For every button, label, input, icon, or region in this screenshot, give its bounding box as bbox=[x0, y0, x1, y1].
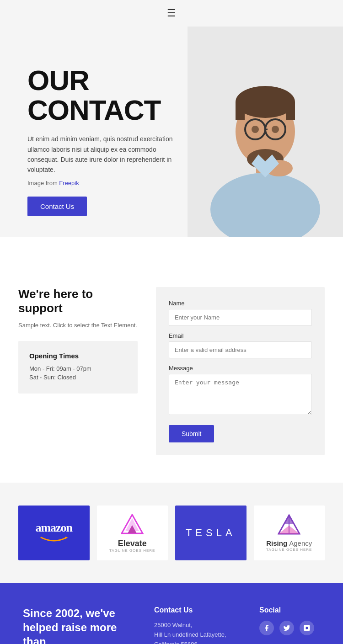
tesla-logo: TESLA bbox=[186, 527, 236, 539]
rising-tagline: TAGLINE GOES HERE bbox=[266, 548, 312, 552]
support-title: We're here to support bbox=[18, 287, 138, 315]
facebook-icon[interactable] bbox=[259, 621, 274, 635]
social-icons-group bbox=[259, 621, 320, 635]
opening-row-weekend: Sat - Sun: Closed bbox=[29, 374, 127, 381]
hero-title: OUR CONTACT bbox=[27, 65, 316, 125]
footer-contact-title: Contact Us bbox=[154, 606, 241, 614]
opening-times-box: Opening Times Mon - Fri: 09am - 07pm Sat… bbox=[18, 341, 138, 394]
twitter-icon[interactable] bbox=[279, 621, 294, 635]
name-label: Name bbox=[169, 300, 312, 307]
footer-social-title: Social bbox=[259, 606, 320, 614]
opening-times-title: Opening Times bbox=[29, 352, 127, 360]
logos-section: amazon Elevate TAGLINE GOES HERE TESLA bbox=[0, 483, 343, 583]
footer-tagline: Since 2002, we've helped raise more than bbox=[23, 606, 136, 644]
support-left: We're here to support Sample text. Click… bbox=[18, 287, 138, 394]
image-credit: Image from Freepik bbox=[27, 180, 316, 186]
footer-contact: Contact Us 25000 Walnut,Hill Ln undefine… bbox=[154, 606, 241, 644]
navbar: ☰ bbox=[0, 0, 343, 27]
spacer1 bbox=[0, 237, 343, 260]
rising-agency-text: Rising Agency bbox=[266, 539, 312, 548]
message-textarea[interactable] bbox=[169, 374, 312, 415]
hero-text-block: OUR CONTACT Ut enim ad minim veniam, qui… bbox=[27, 65, 316, 216]
support-section: We're here to support Sample text. Click… bbox=[0, 260, 343, 483]
hero-description: Ut enim ad minim veniam, quis nostrud ex… bbox=[27, 134, 183, 175]
opening-row-weekday: Mon - Fri: 09am - 07pm bbox=[29, 365, 127, 372]
footer-left: Since 2002, we've helped raise more than… bbox=[23, 606, 136, 644]
contact-form: Name Email Message Submit bbox=[156, 287, 325, 455]
rising-agency-logo-box: Rising Agency TAGLINE GOES HERE bbox=[254, 506, 325, 560]
tesla-logo-box: TESLA bbox=[175, 506, 247, 560]
rising-agency-logo: Rising Agency TAGLINE GOES HERE bbox=[266, 514, 312, 552]
elevate-triangle-icon bbox=[121, 514, 144, 534]
amazon-arrow bbox=[35, 536, 72, 545]
support-description: Sample text. Click to select the Text El… bbox=[18, 321, 138, 330]
message-label: Message bbox=[169, 365, 312, 372]
amazon-text: amazon bbox=[35, 521, 72, 535]
message-field-group: Message bbox=[169, 365, 312, 417]
tesla-text: TESLA bbox=[186, 527, 236, 539]
email-input[interactable] bbox=[169, 341, 312, 358]
elevate-brand-text: Elevate bbox=[109, 539, 155, 548]
instagram-icon[interactable] bbox=[300, 621, 314, 635]
freepik-link[interactable]: Freepik bbox=[59, 180, 79, 186]
elevate-logo-box: Elevate TAGLINE GOES HERE bbox=[97, 506, 168, 560]
elevate-logo: Elevate TAGLINE GOES HERE bbox=[109, 514, 155, 553]
footer: Since 2002, we've helped raise more than… bbox=[0, 583, 343, 644]
footer-social: Social Sample text. Click to select the … bbox=[259, 606, 320, 644]
footer-address: 25000 Walnut,Hill Ln undefined Lafayette… bbox=[154, 621, 241, 644]
name-input[interactable] bbox=[169, 309, 312, 326]
hamburger-icon[interactable]: ☰ bbox=[167, 7, 176, 19]
rising-triangle-icon bbox=[278, 514, 300, 535]
hero-section: OUR CONTACT Ut enim ad minim veniam, qui… bbox=[0, 27, 343, 237]
email-field-group: Email bbox=[169, 332, 312, 358]
amazon-logo-box: amazon bbox=[18, 506, 90, 560]
elevate-tagline: TAGLINE GOES HERE bbox=[109, 548, 155, 553]
email-label: Email bbox=[169, 332, 312, 339]
submit-button[interactable]: Submit bbox=[169, 425, 214, 442]
contact-us-button[interactable]: Contact Us bbox=[27, 197, 87, 216]
name-field-group: Name bbox=[169, 300, 312, 326]
amazon-logo: amazon bbox=[35, 521, 72, 545]
